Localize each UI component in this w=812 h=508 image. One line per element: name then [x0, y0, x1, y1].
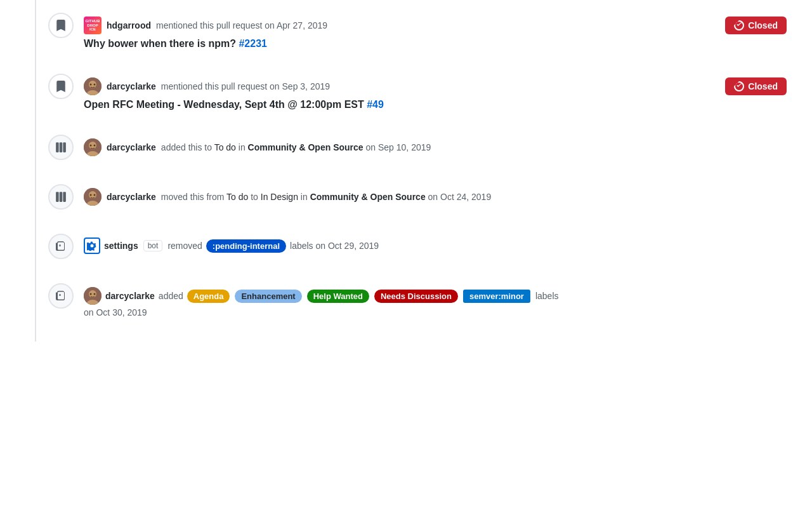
tag-svg-icon	[56, 291, 66, 301]
bot-badge: bot	[143, 240, 163, 251]
bookmark-icon	[48, 13, 74, 38]
timeline-header: GITHUBDROPICE hdgarrood mentioned this p…	[84, 17, 787, 34]
actor-name: darcyclarke	[107, 192, 156, 202]
action-text: moved this from To do to In Design in Co…	[161, 192, 491, 202]
actor-avatar: GITHUBDROPICE	[84, 17, 102, 34]
action-text: mentioned this pull request on Apr 27, 2…	[156, 20, 327, 30]
closed-icon	[734, 81, 744, 91]
actor-avatar	[84, 138, 102, 156]
action-text: added this to To do in Community & Open …	[161, 142, 431, 152]
action-text: mentioned this pull request on Sep 3, 20…	[161, 81, 330, 91]
closed-icon	[734, 20, 744, 30]
svg-point-3	[90, 84, 92, 86]
svg-point-18	[90, 293, 92, 295]
timeline-content: darcyclarke moved this from To do to In …	[84, 184, 787, 206]
columns-svg-icon	[55, 191, 67, 203]
timeline-item: darcyclarke added this to To do in Commu…	[25, 128, 787, 160]
columns-icon	[48, 184, 74, 210]
bookmark-svg-icon	[55, 20, 67, 31]
issue-number[interactable]: #2231	[239, 38, 267, 49]
issue-title: Open RFC Meeting - Wednesday, Sept 4th @…	[84, 99, 787, 110]
action-removed: removed	[167, 241, 202, 251]
issue-number[interactable]: #49	[367, 99, 384, 110]
tag-icon	[48, 283, 74, 309]
settings-cog-icon	[87, 241, 97, 251]
enhancement-label: Enhancement	[235, 290, 301, 303]
svg-point-14	[94, 194, 96, 196]
bookmark-icon	[48, 74, 74, 99]
timeline-item: darcyclarke added Agenda Enhancement Hel…	[25, 277, 787, 318]
closed-label: Closed	[748, 20, 778, 30]
help-wanted-label: Help Wanted	[307, 290, 369, 303]
columns-svg-icon	[55, 142, 67, 153]
actor-avatar	[84, 188, 102, 206]
columns-icon	[48, 135, 74, 160]
timeline-item: settings bot removed :pending-internal l…	[25, 227, 787, 259]
timeline: GITHUBDROPICE hdgarrood mentioned this p…	[0, 0, 812, 342]
svg-point-19	[94, 293, 96, 295]
closed-badge: Closed	[725, 17, 787, 34]
timeline-content: darcyclarke mentioned this pull request …	[84, 74, 787, 110]
svg-point-8	[90, 145, 92, 147]
timeline-meta: darcyclarke mentioned this pull request …	[84, 77, 330, 95]
needs-discussion-label: Needs Discussion	[374, 290, 458, 303]
timeline-content: darcyclarke added Agenda Enhancement Hel…	[84, 283, 787, 318]
actor-name: darcyclarke	[107, 81, 156, 91]
timeline-item: darcyclarke moved this from To do to In …	[25, 178, 787, 210]
settings-icon-box	[84, 237, 100, 254]
timeline-content: GITHUBDROPICE hdgarrood mentioned this p…	[84, 13, 787, 50]
timeline-meta: settings bot removed :pending-internal l…	[84, 237, 787, 254]
tag-icon	[48, 234, 74, 259]
timeline-content: settings bot removed :pending-internal l…	[84, 234, 787, 254]
timeline-header: darcyclarke mentioned this pull request …	[84, 77, 787, 95]
actor-name: hdgarrood	[107, 20, 151, 30]
timeline-meta: darcyclarke added this to To do in Commu…	[84, 138, 787, 156]
svg-point-9	[94, 145, 96, 147]
bookmark-svg-icon	[55, 81, 67, 92]
actor-avatar	[84, 77, 102, 95]
closed-label: Closed	[748, 81, 778, 91]
actor-name: settings	[104, 241, 138, 251]
actor-name: darcyclarke	[105, 291, 155, 301]
timeline-meta: GITHUBDROPICE hdgarrood mentioned this p…	[84, 17, 327, 34]
svg-point-13	[90, 194, 92, 196]
svg-point-4	[94, 84, 96, 86]
actor-avatar	[84, 287, 102, 305]
semver-minor-label: semver:minor	[463, 290, 530, 303]
agenda-label: Agenda	[187, 290, 230, 303]
timeline-item: GITHUBDROPICE hdgarrood mentioned this p…	[25, 6, 787, 50]
action-suffix: labels on Oct 29, 2019	[290, 241, 379, 251]
actor-name: darcyclarke	[107, 142, 156, 152]
tag-svg-icon	[56, 241, 66, 251]
timeline-content: darcyclarke added this to To do in Commu…	[84, 135, 787, 156]
timeline-meta: darcyclarke moved this from To do to In …	[84, 188, 787, 206]
date-line: on Oct 30, 2019	[84, 307, 787, 318]
timeline-item: darcyclarke mentioned this pull request …	[25, 67, 787, 110]
closed-badge: Closed	[725, 77, 787, 95]
action-suffix: labels	[535, 291, 559, 301]
action-added: added	[159, 291, 183, 301]
timeline-meta: darcyclarke added Agenda Enhancement Hel…	[84, 287, 787, 305]
pending-internal-label: :pending-internal	[206, 239, 286, 253]
issue-title: Why bower when there is npm? #2231	[84, 38, 787, 50]
